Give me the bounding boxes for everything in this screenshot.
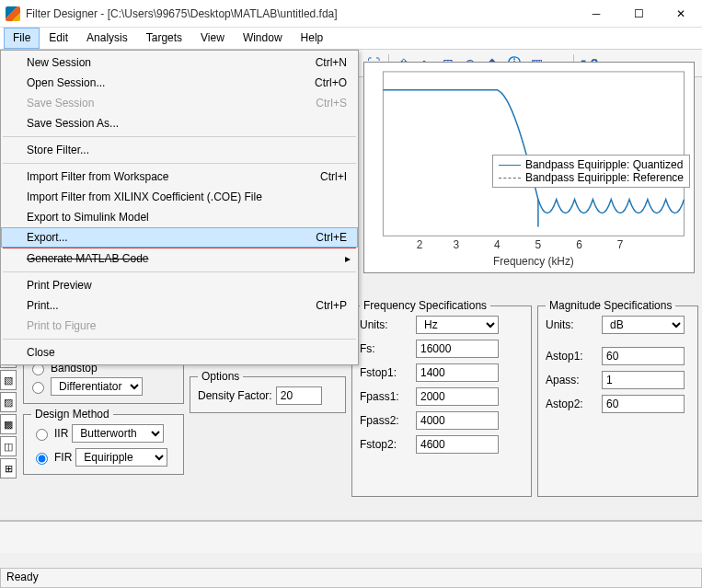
menu-window[interactable]: Window bbox=[234, 28, 292, 49]
menu-new-session[interactable]: New SessionCtrl+N bbox=[1, 52, 358, 73]
svg-text:7: 7 bbox=[617, 238, 624, 251]
menu-file[interactable]: File bbox=[4, 28, 40, 49]
title-bar: Filter Designer - [C:\Users\99675\Deskto… bbox=[0, 0, 702, 28]
input-fpass2[interactable] bbox=[416, 411, 499, 430]
menu-store-filter[interactable]: Store Filter... bbox=[1, 140, 358, 160]
dock-btn-8[interactable]: ⊞ bbox=[0, 458, 17, 478]
radio-fir[interactable] bbox=[36, 453, 48, 465]
menu-export-simulink[interactable]: Export to Simulink Model bbox=[1, 207, 358, 227]
svg-text:5: 5 bbox=[535, 238, 542, 251]
menu-view[interactable]: View bbox=[191, 28, 234, 49]
design-method-group: Design Method IIRButterworth FIREquiripp… bbox=[23, 408, 184, 475]
menu-import-workspace[interactable]: Import Filter from WorkspaceCtrl+I bbox=[1, 167, 358, 187]
plot-legend: Bandpass Equiripple: Quantized Bandpass … bbox=[492, 155, 690, 188]
input-astop2[interactable] bbox=[602, 395, 685, 413]
svg-text:2: 2 bbox=[417, 238, 423, 251]
menu-import-coe[interactable]: Import Filter from XILINX Coefficient (.… bbox=[1, 187, 358, 207]
select-mag-units[interactable]: dB bbox=[602, 316, 685, 334]
menu-print-preview[interactable]: Print Preview bbox=[1, 275, 358, 295]
dock-btn-6[interactable]: ▩ bbox=[0, 414, 17, 434]
menu-export[interactable]: Export...Ctrl+E bbox=[1, 227, 358, 248]
radio-iir[interactable] bbox=[36, 429, 48, 441]
menu-close[interactable]: Close bbox=[1, 342, 358, 363]
file-menu-dropdown: New SessionCtrl+N Open Session...Ctrl+O … bbox=[0, 50, 359, 365]
menu-save-session: Save SessionCtrl+S bbox=[1, 93, 358, 113]
svg-text:6: 6 bbox=[576, 238, 582, 251]
menu-analysis[interactable]: Analysis bbox=[77, 28, 137, 49]
menu-bar: File Edit Analysis Targets View Window H… bbox=[0, 28, 702, 50]
freq-specs-group: Frequency Specifications Units:Hz Fs: Fs… bbox=[351, 299, 532, 497]
status-bar: Ready bbox=[0, 568, 702, 588]
menu-generate-matlab[interactable]: Generate MATLAB Code▸ bbox=[1, 248, 358, 269]
close-window-button[interactable]: ✕ bbox=[660, 0, 702, 28]
mag-specs-group: Magnitude Specifications Units:dB Astop1… bbox=[537, 299, 698, 497]
input-fs[interactable] bbox=[416, 340, 499, 358]
chevron-right-icon: ▸ bbox=[345, 252, 351, 265]
dock-btn-7[interactable]: ◫ bbox=[0, 436, 17, 456]
menu-targets[interactable]: Targets bbox=[137, 28, 191, 49]
input-fstop1[interactable] bbox=[416, 363, 499, 382]
radio-diff[interactable] bbox=[32, 382, 44, 394]
svg-text:4: 4 bbox=[494, 238, 501, 251]
maximize-button[interactable]: ☐ bbox=[617, 0, 660, 28]
select-freq-units[interactable]: Hz bbox=[416, 316, 499, 334]
dock-btn-4[interactable]: ▧ bbox=[0, 370, 17, 390]
menu-open-session[interactable]: Open Session...Ctrl+O bbox=[1, 73, 358, 93]
menu-print-figure: Print to Figure bbox=[1, 316, 358, 336]
menu-save-session-as[interactable]: Save Session As... bbox=[1, 113, 358, 133]
matlab-logo-icon bbox=[6, 6, 20, 21]
menu-print[interactable]: Print...Ctrl+P bbox=[1, 295, 358, 316]
options-group: Options Density Factor: bbox=[190, 370, 346, 413]
svg-text:3: 3 bbox=[453, 238, 459, 251]
input-density[interactable] bbox=[276, 386, 322, 405]
window-title: Filter Designer - [C:\Users\99675\Deskto… bbox=[26, 7, 575, 20]
x-axis-label: Frequency (kHz) bbox=[493, 255, 574, 268]
input-fpass1[interactable] bbox=[416, 387, 499, 406]
input-fstop2[interactable] bbox=[416, 435, 499, 454]
minimize-button[interactable]: ─ bbox=[575, 0, 617, 28]
magnitude-response-plot: 234 567 Frequency (kHz) Bandpass Equirip… bbox=[363, 62, 695, 273]
menu-help[interactable]: Help bbox=[292, 28, 333, 49]
menu-edit[interactable]: Edit bbox=[40, 28, 77, 49]
select-fir[interactable]: Equiripple bbox=[75, 448, 167, 467]
dock-btn-5[interactable]: ▨ bbox=[0, 392, 17, 412]
input-apass[interactable] bbox=[602, 371, 685, 389]
select-diff[interactable]: Differentiator bbox=[51, 377, 143, 396]
select-iir[interactable]: Butterworth bbox=[72, 424, 164, 443]
input-astop1[interactable] bbox=[602, 347, 685, 365]
